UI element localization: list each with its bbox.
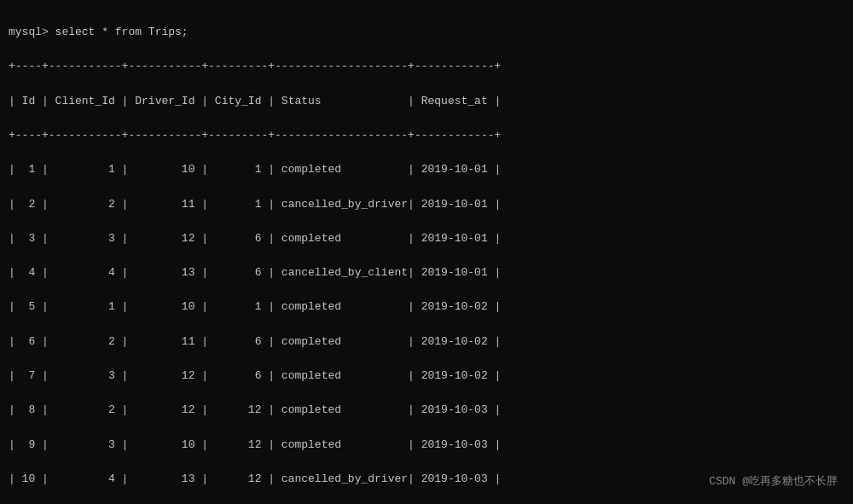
trips-row-2: | 2 | 2 | 11 | 1 | cancelled_by_driver| … [9, 196, 844, 213]
watermark: CSDN @吃再多糖也不长胖 [709, 473, 838, 489]
trips-sep2: +----+-----------+-----------+---------+… [9, 127, 844, 144]
trips-row-1: | 1 | 1 | 10 | 1 | completed | 2019-10-0… [9, 161, 844, 178]
query1-line: mysql> select * from Trips; [9, 24, 844, 41]
trips-row-6: | 6 | 2 | 11 | 6 | completed | 2019-10-0… [9, 333, 844, 350]
trips-row-5: | 5 | 1 | 10 | 1 | completed | 2019-10-0… [9, 298, 844, 316]
trips-row-4: | 4 | 4 | 13 | 6 | cancelled_by_client| … [9, 264, 844, 281]
trips-sep1: +----+-----------+-----------+---------+… [9, 58, 844, 75]
trips-header: | Id | Client_Id | Driver_Id | City_Id |… [9, 93, 844, 110]
trips-row-3: | 3 | 3 | 12 | 6 | completed | 2019-10-0… [9, 230, 844, 247]
trips-row-9: | 9 | 3 | 10 | 12 | completed | 2019-10-… [9, 437, 844, 454]
trips-row-7: | 7 | 3 | 12 | 6 | completed | 2019-10-0… [9, 368, 844, 385]
terminal: mysql> select * from Trips; +----+------… [0, 0, 853, 504]
trips-row-8: | 8 | 2 | 12 | 12 | completed | 2019-10-… [9, 402, 844, 419]
